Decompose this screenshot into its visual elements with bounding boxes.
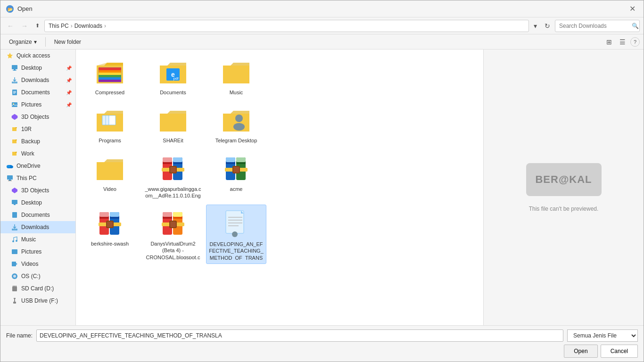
breadcrumb[interactable]: This PC › Downloads ›: [44, 20, 529, 32]
file-item-telegram[interactable]: Telegram Desktop: [206, 101, 266, 148]
sidebar-item-desktop[interactable]: Desktop 📌: [0, 62, 75, 74]
search-input[interactable]: [559, 23, 630, 29]
file-item-video[interactable]: Video: [80, 150, 140, 203]
svg-rect-73: [110, 212, 119, 217]
sidebar-item-10r[interactable]: 10R: [0, 123, 75, 135]
svg-rect-77: [107, 222, 113, 227]
sidebar-item-downloads-qa[interactable]: Downloads 📌: [0, 74, 75, 86]
file-grid: Compressed e pdf: [80, 53, 479, 264]
sidebar-label-downloads-pc: Downloads: [21, 224, 72, 230]
view-list-button[interactable]: ☰: [617, 37, 628, 47]
content-area: Quick access Desktop 📌 Downloads 📌: [0, 49, 644, 325]
documents-qa-icon: [11, 89, 18, 96]
sidebar-label-sd-card: SD Card (D:): [21, 285, 72, 292]
svg-rect-25: [12, 262, 16, 266]
svg-rect-56: [173, 162, 182, 164]
organize-label: Organize: [9, 39, 32, 45]
sidebar-item-downloads-pc[interactable]: Downloads: [0, 221, 75, 233]
filetype-dropdown[interactable]: Semua Jenis File: [567, 329, 638, 342]
sidebar-item-pictures-qa[interactable]: Pictures 📌: [0, 99, 75, 111]
bottom-bar: File name: Semua Jenis File Open Cancel: [0, 325, 644, 362]
sidebar-item-quick-access[interactable]: Quick access: [0, 49, 75, 62]
svg-rect-68: [233, 167, 239, 173]
preview-cannot-preview: This file can't be previewed.: [529, 206, 599, 212]
svg-rect-24: [12, 249, 17, 254]
documents-pc-icon: [11, 211, 18, 219]
sidebar-item-sd-card[interactable]: SD Card (D:): [0, 282, 75, 295]
file-item-documents[interactable]: e pdf Documents: [143, 53, 203, 99]
video-folder-icon: [95, 154, 125, 184]
svg-rect-35: [13, 302, 16, 304]
new-folder-button[interactable]: New folder: [50, 37, 86, 47]
file-item-danys[interactable]: DanysVirtualDrum2 (Beta 4) - CRONOSAL.bl…: [143, 205, 203, 264]
sidebar-item-os-c[interactable]: OS (C:): [0, 270, 75, 282]
file-item-gigapur[interactable]: _www.gigapurbalingga.com__AdRe.11.0.10.E…: [143, 150, 203, 203]
organize-arrow: ▾: [34, 39, 37, 45]
file-label-video: Video: [103, 186, 116, 192]
file-label-compressed: Compressed: [95, 89, 124, 96]
file-item-acme[interactable]: acme: [206, 150, 266, 203]
sidebar-item-3dobjects[interactable]: 3D Objects: [0, 111, 75, 123]
music-icon: [11, 236, 18, 243]
telegram-folder-icon: [221, 105, 251, 135]
sidebar-label-downloads-qa: Downloads: [21, 77, 62, 83]
sidebar-item-backup[interactable]: Backup: [0, 135, 75, 148]
open-button[interactable]: Open: [564, 345, 597, 358]
forward-button[interactable]: →: [18, 20, 31, 32]
sidebar-item-usb-drive[interactable]: USB Drive (F:): [0, 295, 75, 307]
sidebar-item-music[interactable]: Music: [0, 233, 75, 246]
svg-point-93: [232, 231, 238, 237]
sidebar-item-work[interactable]: Work: [0, 148, 75, 160]
dropdown-arrow-btn[interactable]: ▾: [531, 20, 540, 32]
file-label-programs: Programs: [99, 137, 121, 144]
svg-rect-71: [99, 217, 109, 219]
sidebar-item-3dobjects-pc[interactable]: 3D Objects: [0, 184, 75, 197]
10r-icon: [11, 125, 18, 133]
filename-input[interactable]: [36, 329, 563, 342]
pin-icon-downloads: 📌: [66, 78, 72, 83]
3dobjects-pc-icon: [11, 187, 18, 194]
refresh-button[interactable]: ↻: [542, 20, 553, 32]
organize-button[interactable]: Organize ▾: [4, 37, 41, 47]
preview-pane: BER@KAL This file can't be previewed.: [483, 49, 644, 325]
svg-rect-3: [12, 65, 17, 69]
svg-rect-19: [12, 200, 17, 204]
svg-rect-83: [173, 217, 182, 219]
pictures-pc-icon: [11, 248, 18, 255]
sidebar-item-videos[interactable]: Videos: [0, 258, 75, 270]
sidebar-label-3dobjects: 3D Objects: [21, 114, 72, 120]
file-item-developing[interactable]: DEVELOPING_AN_EFFECTIVE_TEACHING_METHOD_…: [206, 205, 266, 264]
help-button[interactable]: ?: [630, 37, 640, 47]
svg-point-14: [7, 165, 10, 168]
sidebar-label-desktop: Desktop: [21, 65, 62, 71]
file-grid-container[interactable]: Compressed e pdf: [76, 49, 483, 325]
file-label-acme: acme: [230, 186, 243, 192]
search-box[interactable]: 🔍: [555, 20, 640, 32]
sidebar-item-documents-qa[interactable]: Documents 📌: [0, 86, 75, 99]
file-label-documents: Documents: [160, 89, 186, 96]
back-button[interactable]: ←: [4, 20, 17, 32]
file-item-shareit[interactable]: SHAREit: [143, 101, 203, 148]
svg-rect-87: [226, 211, 244, 233]
file-item-compressed[interactable]: Compressed: [80, 53, 140, 99]
svg-rect-34: [14, 299, 15, 302]
cancel-button[interactable]: Cancel: [601, 345, 638, 358]
open-dialog: 📂 Open ✕ ← → ⬆ This PC › Downloads › ▾ ↻…: [0, 0, 644, 362]
downloads-pc-icon: [11, 223, 18, 231]
svg-rect-59: [170, 167, 176, 173]
sidebar-item-pictures-pc[interactable]: Pictures: [0, 246, 75, 258]
sidebar-item-desktop-pc[interactable]: Desktop: [0, 197, 75, 209]
window-icon: 📂: [6, 5, 14, 13]
sidebar-item-documents-pc[interactable]: Documents: [0, 209, 75, 221]
file-item-berkshire[interactable]: berkshire-swash: [80, 205, 140, 264]
sidebar-item-onedrive[interactable]: OneDrive: [0, 160, 75, 172]
file-item-music[interactable]: Music: [206, 53, 266, 99]
winrar-multi2-icon: [158, 208, 188, 239]
sidebar-item-thispc[interactable]: This PC: [0, 172, 75, 184]
view-icon-button[interactable]: ⊞: [603, 37, 615, 47]
file-item-programs[interactable]: Programs: [80, 101, 140, 148]
close-button[interactable]: ✕: [627, 3, 638, 15]
sidebar-label-onedrive: OneDrive: [17, 163, 72, 169]
up-button[interactable]: ⬆: [33, 21, 42, 31]
sidebar-label-pictures-pc: Pictures: [21, 248, 72, 255]
